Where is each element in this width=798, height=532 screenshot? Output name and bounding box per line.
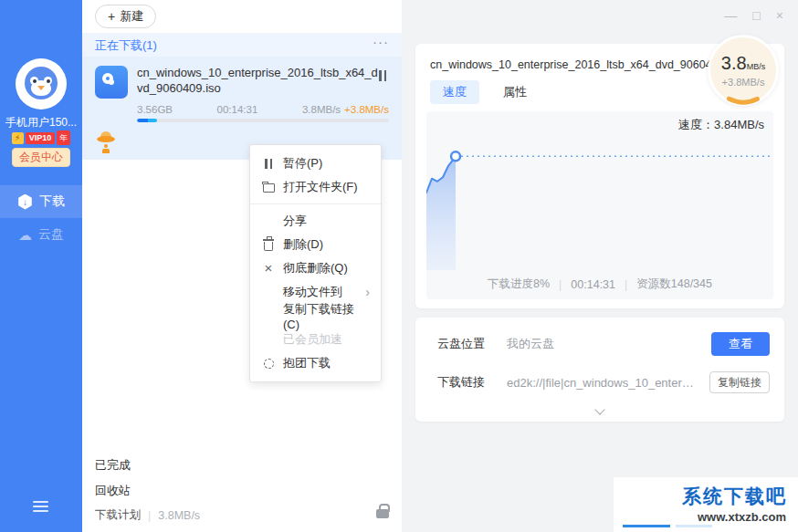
menu-item-pause[interactable]: 暂停(P) <box>250 151 381 175</box>
new-task-label: 新建 <box>120 8 143 25</box>
download-plan-row[interactable]: 下载计划 | 3.8MB/s <box>95 507 200 523</box>
bird-beak <box>37 86 45 90</box>
member-center-button[interactable]: 会员中心 <box>12 148 70 167</box>
chevron-down-icon <box>594 404 604 414</box>
gauge-boost: +3.8MB/s <box>710 77 776 88</box>
bird-eye-left <box>30 77 38 85</box>
stat-resources: 资源数148/345 <box>636 276 712 292</box>
lock-icon[interactable] <box>376 509 389 518</box>
download-link-value: ed2k://|file|cn_windows_10_enterprise_20… <box>507 376 698 390</box>
trash-icon <box>261 238 276 251</box>
tab-properties[interactable]: 属性 <box>490 80 540 104</box>
menu-item-delete-completely[interactable]: × 彻底删除(Q) <box>250 256 381 280</box>
folder-icon <box>261 182 276 193</box>
sidebar-item-cloud-label: 云盘 <box>38 226 64 243</box>
tab-speed[interactable]: 速度 <box>430 80 479 104</box>
stat-progress: 下载进度8% <box>488 276 550 292</box>
task-size: 3.56GB <box>137 104 173 115</box>
close-button[interactable]: × <box>776 8 783 23</box>
detail-filename: cn_windows_10_enterprise_2016_ltsb_x64_d… <box>430 58 724 71</box>
disc-ring-icon <box>102 73 113 84</box>
pause-button[interactable] <box>379 70 386 81</box>
watermark-line-light <box>676 525 712 527</box>
mascot-bird-icon <box>25 67 58 99</box>
menu-divider <box>250 203 381 204</box>
current-speed-label: 速度：3.84MB/s <box>678 117 764 133</box>
menu-item-share-label: 分享 <box>283 213 307 229</box>
download-plan-speed: 3.8MB/s <box>158 509 200 522</box>
cloud-location-label: 云盘位置 <box>437 336 507 352</box>
menu-item-group-download[interactable]: 抱团下载 <box>250 351 381 375</box>
menu-item-open-folder-label: 打开文件夹(F) <box>283 179 358 195</box>
cloud-location-row: 云盘位置 我的云盘 查看 <box>437 332 770 356</box>
task-stats: 3.56GB 00:14:31 3.8MB/s+3.8MB/s <box>137 104 389 115</box>
gauge-value: 3.8MB/s <box>710 53 776 77</box>
menu-item-vip-boosted: 已会员加速 <box>250 328 381 351</box>
minimize-button[interactable]: — <box>724 8 737 23</box>
vip-year-badge: 年 <box>57 130 70 145</box>
maximize-button[interactable]: □ <box>752 8 760 23</box>
gauge-unit: MB/s <box>747 62 766 71</box>
submenu-arrow-icon: › <box>365 285 370 299</box>
cloud-icon: ☁ <box>18 228 32 242</box>
vip-badge[interactable]: ⚡ VIP10 年 <box>0 130 82 145</box>
task-progress-fill <box>137 119 157 122</box>
bird-eye-right <box>44 77 52 85</box>
sidebar-item-cloud[interactable]: ☁ 云盘 <box>0 218 82 251</box>
detail-panel: cn_windows_10_enterprise_2016_ltsb_x64_d… <box>402 33 798 532</box>
sidebar-item-download[interactable]: ↓ 下载 <box>0 185 82 218</box>
task-speed-group: 3.8MB/s+3.8MB/s <box>302 104 389 115</box>
menu-item-delete-label: 删除(D) <box>283 236 323 253</box>
sidebar-item-recycle-bin[interactable]: 回收站 <box>95 483 131 499</box>
speed-card: cn_windows_10_enterprise_2016_ltsb_x64_d… <box>415 44 784 308</box>
new-task-button[interactable]: + 新建 <box>95 5 156 28</box>
link-card: 云盘位置 我的云盘 查看 下载链接 ed2k://|file|cn_window… <box>415 318 784 422</box>
copy-link-button[interactable]: 复制链接 <box>709 371 770 393</box>
context-menu: 暂停(P) 打开文件夹(F) 分享 删除(D) × 彻底删除(Q) 移动文件到 … <box>249 144 382 382</box>
vip-level-badge: VIP10 <box>26 132 56 144</box>
menu-item-delete[interactable]: 删除(D) <box>250 233 381 256</box>
task-speed: 3.8MB/s <box>302 104 341 115</box>
watermark: 系统下载吧 www.xtxzb.com <box>614 477 798 532</box>
iso-file-icon <box>95 66 128 99</box>
download-link-row: 下载链接 ed2k://|file|cn_windows_10_enterpri… <box>437 370 770 394</box>
task-time: 00:14:31 <box>217 104 258 115</box>
more-options-icon[interactable]: ··· <box>373 34 389 49</box>
speed-chart-area: 速度：3.84MB/s 下载进度8% | <box>426 111 773 299</box>
sidebar-item-completed[interactable]: 已完成 <box>95 457 131 474</box>
download-icon: ↓ <box>17 194 33 210</box>
pause-icon <box>261 159 276 169</box>
avatar[interactable] <box>16 58 67 110</box>
menu-item-share[interactable]: 分享 <box>250 209 381 233</box>
watermark-line-blue <box>623 525 670 527</box>
divider: | <box>559 278 562 291</box>
sidebar-item-download-label: 下载 <box>39 193 65 210</box>
downloading-section-header: 正在下载(1) ··· <box>82 33 402 57</box>
username: 手机用户150... <box>0 115 82 130</box>
stat-time: 00:14:31 <box>571 278 615 291</box>
menu-item-move-to-label: 移动文件到 <box>283 284 342 300</box>
speed-chart <box>426 135 773 270</box>
download-link-label: 下载链接 <box>437 374 507 391</box>
task-boost-speed: +3.8MB/s <box>344 104 389 115</box>
window-controls: — □ × <box>724 8 783 23</box>
cloud-location-value: 我的云盘 <box>507 336 700 352</box>
menu-item-group-download-label: 抱团下载 <box>283 355 331 371</box>
divider: | <box>148 509 151 522</box>
sidebar: 手机用户150... ⚡ VIP10 年 会员中心 ↓ 下载 ☁ 云盘 <box>0 0 82 532</box>
hamburger-menu-icon[interactable] <box>33 501 48 512</box>
divider: | <box>625 278 627 291</box>
menu-item-copy-link-label: 复制下载链接(C) <box>283 301 370 331</box>
task-filename: cn_windows_10_enterprise_2016_ltsb_x64_d… <box>137 65 378 96</box>
menu-item-open-folder[interactable]: 打开文件夹(F) <box>250 175 381 199</box>
menu-item-pause-label: 暂停(P) <box>283 155 322 172</box>
download-stats-row: 下载进度8% | 00:14:31 | 资源数148/345 <box>426 276 773 292</box>
lightning-icon: ⚡ <box>12 132 24 144</box>
plus-icon: + <box>108 9 115 24</box>
watermark-title: 系统下载吧 <box>682 484 787 509</box>
loop-icon <box>261 359 276 369</box>
expand-toggle[interactable] <box>596 406 604 413</box>
view-button[interactable]: 查看 <box>711 332 770 356</box>
menu-item-copy-link[interactable]: 复制下载链接(C) <box>250 304 381 328</box>
team-member-icon <box>102 144 110 153</box>
